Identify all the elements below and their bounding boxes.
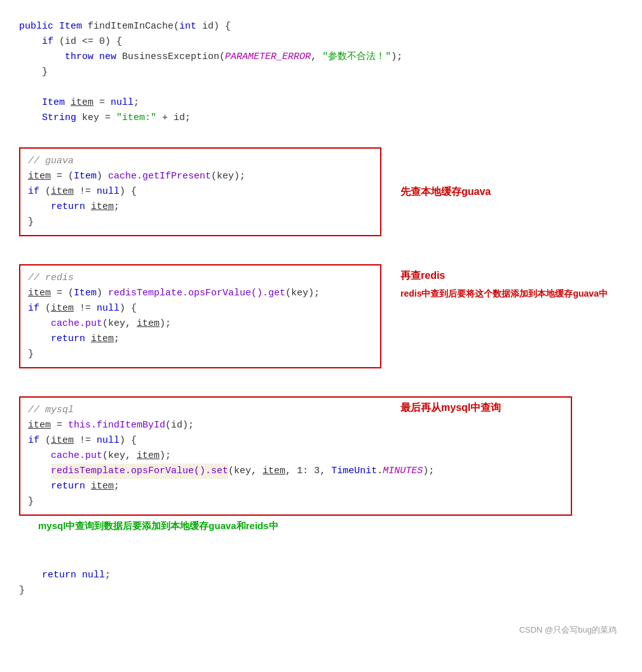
brace2: ) { bbox=[120, 184, 137, 199]
kw-throw: throw bbox=[65, 50, 99, 65]
kw-null3: null bbox=[97, 301, 120, 316]
eq2: = ( bbox=[51, 169, 74, 184]
open: ( bbox=[45, 184, 51, 199]
kw-if4: if bbox=[28, 433, 45, 448]
semi: ; bbox=[133, 95, 139, 111]
method-name: findItemInCache( bbox=[88, 19, 179, 34]
semi7: ; bbox=[114, 479, 120, 494]
semi4: ; bbox=[114, 332, 120, 347]
code-line-1: public Item findItemInCache(int id) { bbox=[19, 19, 623, 34]
mysql-comment: // mysql bbox=[28, 403, 74, 418]
comment-redis: // redis bbox=[28, 271, 372, 286]
kw-return: return bbox=[51, 199, 91, 215]
redis-line5: } bbox=[28, 347, 372, 362]
cache-getifpresent: cache.getIfPresent bbox=[108, 169, 211, 184]
call-id: (id); bbox=[165, 418, 194, 433]
semi2: ; bbox=[114, 199, 120, 215]
code-line-blank7 bbox=[19, 553, 623, 568]
var-item-guava: item bbox=[28, 169, 51, 184]
type-item: Item bbox=[59, 19, 88, 34]
type-string: String bbox=[42, 111, 82, 126]
cache-put: cache.put bbox=[51, 316, 102, 332]
code-line-4: } bbox=[19, 65, 623, 80]
indent9 bbox=[19, 568, 42, 583]
call-key4: (key, bbox=[102, 448, 137, 464]
annotation-mysql-body: mysql中查询到数据后要添加到本地缓存guava和reids中 bbox=[38, 518, 278, 534]
cast-item2: Item bbox=[74, 286, 97, 301]
neq: != bbox=[74, 184, 97, 199]
indent2 bbox=[19, 50, 65, 65]
code-line-6: String key = "item:" + id; bbox=[19, 111, 623, 126]
guava-comment: // guava bbox=[28, 154, 74, 169]
guava-line2: if (item != null) { bbox=[28, 184, 372, 199]
kw-null: null bbox=[111, 95, 133, 111]
dot: . bbox=[377, 464, 383, 479]
brace4: ) { bbox=[120, 433, 137, 448]
code-line-blank6 bbox=[19, 537, 623, 553]
guava-line3: return item; bbox=[28, 199, 372, 215]
str-invalid: "参数不合法！" bbox=[322, 50, 391, 65]
mysql-line2: if (item != null) { bbox=[28, 433, 563, 448]
kw-null4: null bbox=[97, 433, 120, 448]
kw-int: int bbox=[179, 19, 202, 34]
highlight-redis-set: redisTemplate.opsForValue().set bbox=[51, 464, 228, 479]
mysql-section: // mysql item = this.findItemById(id); i… bbox=[19, 396, 623, 516]
var-key: key = bbox=[82, 111, 116, 126]
mysql-ann-line: } bbox=[28, 494, 563, 509]
var-item-mysql: item bbox=[28, 418, 51, 433]
kw-return-null: return bbox=[42, 568, 82, 583]
var-item9: item bbox=[263, 464, 285, 479]
footer: CSDN @只会写bug的菜鸡 bbox=[19, 624, 623, 637]
var-item-redis: item bbox=[28, 286, 51, 301]
code-line-blank4 bbox=[19, 375, 623, 390]
semi6: ); bbox=[423, 464, 434, 479]
indent4 bbox=[28, 316, 51, 332]
guava-box: // guava item = (Item) cache.getIfPresen… bbox=[19, 147, 381, 236]
comma: , bbox=[311, 50, 322, 65]
class-business: BusinessException( bbox=[122, 50, 225, 65]
indent5 bbox=[28, 332, 51, 347]
guava-line4: } bbox=[28, 215, 372, 230]
paren-close: ); bbox=[391, 50, 402, 65]
code-line-blank2 bbox=[19, 126, 623, 141]
brace-close: } bbox=[42, 65, 48, 80]
if-cond: (id <= 0) { bbox=[59, 34, 122, 50]
code-line-blank3 bbox=[19, 243, 623, 258]
call-set: (key, bbox=[228, 464, 263, 479]
redis-opsforvalue: redisTemplate.opsForValue().get bbox=[108, 286, 285, 301]
semi5: ); bbox=[160, 448, 171, 464]
mysql-line4: redisTemplate.opsForValue().set(key, ite… bbox=[28, 464, 563, 479]
semi3: ); bbox=[160, 316, 171, 332]
indent1 bbox=[19, 34, 42, 50]
annotation-mysql-title: 最后再从mysql中查询 bbox=[400, 400, 501, 416]
annotation-mysql-wrapper: 最后再从mysql中查询 bbox=[400, 400, 501, 416]
indent1 bbox=[19, 111, 42, 126]
indent7 bbox=[28, 464, 51, 479]
open3: ( bbox=[45, 433, 51, 448]
param-error: PARAMETER_ERROR bbox=[225, 50, 311, 65]
brace-r: } bbox=[28, 347, 34, 362]
kw-new: new bbox=[99, 50, 122, 65]
annotation-redis-wrapper: 再查redis redis中查到后要将这个数据添加到本地缓存guava中 bbox=[400, 267, 608, 300]
code-area: public Item findItemInCache(int id) { if… bbox=[19, 13, 623, 605]
indent1 bbox=[19, 65, 42, 80]
var-item5: item bbox=[137, 316, 160, 332]
comma2: , bbox=[285, 464, 297, 479]
kw-if2: if bbox=[28, 184, 45, 199]
code-line-return: return null; bbox=[19, 568, 623, 583]
var-item7: item bbox=[51, 433, 74, 448]
num-3: 1: 3 bbox=[297, 464, 320, 479]
kw-null5: null bbox=[82, 568, 105, 583]
type-item2: Item bbox=[42, 95, 71, 111]
minutes: MINUTES bbox=[383, 464, 423, 479]
guava-section: // guava item = (Item) cache.getIfPresen… bbox=[19, 147, 623, 236]
kw-return2: return bbox=[51, 332, 91, 347]
code-line-final-brace: } bbox=[19, 583, 623, 598]
var-item2: item bbox=[51, 184, 74, 199]
cache-put2: cache.put bbox=[51, 448, 102, 464]
code-line-3: throw new BusinessException(PARAMETER_ER… bbox=[19, 50, 623, 65]
eq3: = ( bbox=[51, 286, 74, 301]
kw-public: public bbox=[19, 19, 59, 34]
var-item10: item bbox=[91, 479, 114, 494]
mysql-line1: item = this.findItemById(id); bbox=[28, 418, 563, 433]
